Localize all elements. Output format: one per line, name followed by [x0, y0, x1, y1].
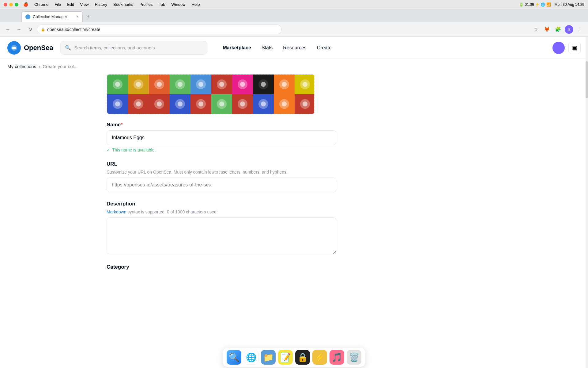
scrollbar-thumb[interactable]	[586, 61, 588, 98]
collection-form: Name* ✓ This name is available. URL Cust…	[107, 114, 336, 270]
bookmarks-menu[interactable]: Bookmarks	[113, 2, 133, 7]
egg-cell	[232, 75, 253, 94]
reload-button[interactable]: ↻	[26, 25, 34, 34]
name-field-group: Name* ✓ This name is available.	[107, 122, 336, 152]
opensea-logo-text: OpenSea	[24, 44, 53, 52]
name-label: Name*	[107, 122, 336, 128]
title-bar-right: 🔋 01:06 ⚡ 🌐 📶 Mon 30 Aug 14:29	[519, 2, 584, 7]
main-content: Name* ✓ This name is available. URL Cust…	[0, 74, 337, 280]
nav-stats[interactable]: Stats	[257, 43, 277, 53]
macos-menu-bar: 🍎 Chrome File Edit View History Bookmark…	[23, 2, 200, 7]
egg-cell	[128, 75, 149, 94]
forward-button[interactable]: →	[15, 25, 23, 34]
nav-resources[interactable]: Resources	[279, 43, 311, 53]
url-description: Customize your URL on OpenSea. Must only…	[107, 170, 336, 174]
egg-cell	[295, 94, 315, 114]
url-label: URL	[107, 161, 336, 167]
dock-chrome[interactable]: 🌐	[244, 350, 258, 365]
egg-cell	[128, 94, 149, 114]
tab-close-button[interactable]: ×	[77, 15, 79, 19]
egg-cell	[149, 75, 170, 94]
file-menu[interactable]: File	[55, 2, 61, 7]
nav-marketplace[interactable]: Marketplace	[218, 43, 255, 53]
chrome-menu-icon[interactable]: ⋮	[576, 25, 584, 34]
egg-cell	[149, 94, 170, 114]
edit-menu[interactable]: Edit	[67, 2, 74, 7]
name-availability-msg: ✓ This name is available.	[107, 148, 336, 152]
url-input[interactable]	[107, 178, 336, 192]
dock-security[interactable]: 🔒	[295, 350, 310, 365]
egg-cell	[190, 94, 211, 114]
dock-finder[interactable]: 🔍	[227, 350, 241, 365]
name-input[interactable]	[107, 130, 336, 145]
markdown-link[interactable]: Markdown	[107, 209, 126, 214]
dock-music[interactable]: 🎵	[330, 350, 344, 365]
egg-cell	[274, 75, 295, 94]
toolbar-right: ☆ 🦊 🧩 S ⋮	[532, 25, 584, 34]
bookmark-icon[interactable]: ☆	[532, 25, 540, 34]
close-window-dot[interactable]	[4, 3, 7, 6]
egg-grid	[107, 75, 314, 114]
description-meta: Markdown syntax is supported. 0 of 1000 …	[107, 209, 336, 214]
address-bar: ← → ↻ 🔒 opensea.io/collection/create ☆ 🦊…	[0, 22, 588, 37]
search-bar[interactable]: 🔍 Search items, collections, and account…	[60, 41, 207, 55]
breadcrumb-parent[interactable]: My collections	[7, 64, 36, 69]
tab-menu[interactable]: Tab	[159, 2, 165, 7]
opensea-logo-icon	[7, 41, 21, 55]
egg-cell	[211, 94, 232, 114]
chrome-menu[interactable]: Chrome	[34, 2, 48, 7]
window-menu[interactable]: Window	[171, 2, 185, 7]
nav-right: ▣	[552, 42, 581, 54]
image-upload-preview[interactable]	[107, 74, 315, 114]
nav-create[interactable]: Create	[313, 43, 336, 53]
egg-cell	[211, 75, 232, 94]
egg-cell	[253, 75, 274, 94]
scrollbar[interactable]	[586, 37, 588, 368]
category-field-group: Category	[107, 264, 336, 270]
window-controls[interactable]	[4, 3, 18, 6]
check-icon: ✓	[107, 148, 110, 152]
nav-links: Marketplace Stats Resources Create	[218, 43, 336, 53]
active-tab[interactable]: Collection Manager ×	[21, 11, 83, 22]
macos-dock: 🔍 🌐 📁 📝 🔒 ⚡ 🎵 🗑️	[223, 348, 365, 367]
help-menu[interactable]: Help	[192, 2, 200, 7]
apple-menu[interactable]: 🍎	[23, 2, 28, 7]
breadcrumb-separator: ›	[39, 64, 40, 69]
url-field-group: URL Customize your URL on OpenSea. Must …	[107, 161, 336, 192]
tab-label: Collection Manager	[33, 14, 67, 19]
extensions-icon[interactable]: 🦊	[543, 25, 551, 34]
opensea-logo[interactable]: OpenSea	[7, 41, 53, 55]
wallet-icon[interactable]: ▣	[568, 42, 581, 54]
breadcrumb-current: Create your col...	[43, 64, 77, 69]
egg-cell	[170, 75, 190, 94]
search-input[interactable]: Search items, collections, and accounts	[74, 45, 203, 50]
tab-bar: Collection Manager × +	[0, 9, 588, 22]
maximize-window-dot[interactable]	[15, 3, 18, 6]
opensea-navbar: OpenSea 🔍 Search items, collections, and…	[0, 37, 588, 59]
profiles-menu[interactable]: Profiles	[139, 2, 153, 7]
profile-icon[interactable]: S	[565, 25, 573, 34]
new-tab-button[interactable]: +	[84, 12, 92, 21]
status-icons: 🔋 01:06 ⚡ 🌐 📶	[519, 2, 551, 7]
extensions2-icon[interactable]: 🧩	[554, 25, 562, 34]
dock-notes[interactable]: 📝	[278, 350, 293, 365]
description-field-group: Description Markdown syntax is supported…	[107, 201, 336, 255]
address-input[interactable]: 🔒 opensea.io/collection/create	[37, 25, 282, 34]
egg-cell	[253, 94, 274, 114]
egg-cell	[274, 94, 295, 114]
search-icon: 🔍	[65, 45, 71, 51]
egg-cell	[170, 94, 190, 114]
dock-lightning[interactable]: ⚡	[312, 350, 327, 365]
dock-trash[interactable]: 🗑️	[347, 350, 361, 365]
url-text: opensea.io/collection/create	[47, 27, 100, 32]
history-menu[interactable]: History	[95, 2, 107, 7]
egg-cell	[190, 75, 211, 94]
view-menu[interactable]: View	[80, 2, 89, 7]
user-avatar[interactable]	[552, 42, 565, 54]
title-bar: 🍎 Chrome File Edit View History Bookmark…	[0, 0, 588, 9]
description-textarea[interactable]	[107, 217, 336, 254]
breadcrumb: My collections › Create your col...	[0, 59, 588, 74]
minimize-window-dot[interactable]	[9, 3, 13, 6]
dock-folder[interactable]: 📁	[261, 350, 276, 365]
back-button[interactable]: ←	[4, 25, 12, 34]
